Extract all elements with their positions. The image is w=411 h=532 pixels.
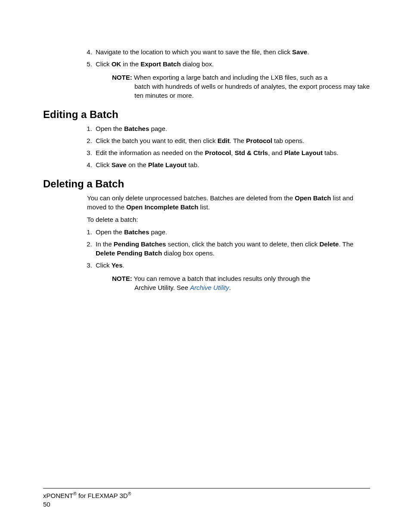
bold-text: OK [112,60,121,68]
text: . The [230,137,246,144]
ordered-list: Open the Batches page. Click the batch y… [82,124,370,169]
text: tabs. [323,149,339,156]
bold-text: Protocol [246,137,272,144]
text: Open the [96,228,124,236]
list-item: Navigate to the location to which you wa… [94,47,370,56]
ordered-list: Open the Batches page. In the Pending Ba… [82,227,370,270]
note-text-line: When exporting a large batch and includi… [134,74,327,81]
text: Navigate to the location to which you wa… [96,48,292,56]
text: page. [149,228,167,236]
list-item: Click the batch you want to edit, then c… [94,136,370,145]
text: tab. [187,161,199,168]
document-page: Navigate to the location to which you wa… [0,0,411,532]
bold-text: Save [292,48,307,56]
bold-text: Edit [218,137,230,144]
page-number: 50 [43,501,50,508]
note-continuation: Archive Utility. See Archive Utility. [134,283,370,292]
bold-text: Delete [319,240,339,248]
note-label: NOTE: [112,275,132,282]
note-block: NOTE: You can remove a batch that includ… [112,274,370,292]
text: page. [149,125,167,132]
text: Archive Utility. See [134,284,190,291]
text: , [231,149,234,156]
text: Click [96,261,112,269]
text: list. [198,203,210,211]
text: Click the batch you want to edit, then c… [96,137,218,144]
text: Open the [96,125,124,132]
bold-text: Std & Ctrls [235,149,268,156]
bold-text: Batches [124,228,149,236]
bold-text: Batches [124,125,149,132]
paragraph: To delete a batch: [87,215,370,224]
section-heading: Deleting a Batch [43,178,370,190]
text: You can only delete unprocessed batches.… [87,194,295,202]
bold-text: Plate Layout [148,161,187,168]
text: Click [96,161,112,168]
text: on the [127,161,148,168]
content-area: Navigate to the location to which you wa… [43,47,370,292]
text: In the [96,240,114,248]
list-item: In the Pending Batches section, click th… [94,240,370,258]
text: . [229,284,231,291]
archive-utility-link[interactable]: Archive Utility [190,284,229,291]
list-item: Click OK in the Export Batch dialog box. [94,59,370,68]
text: in the [121,60,140,68]
text: tab opens. [272,137,304,144]
section-heading: Editing a Batch [43,109,370,121]
bold-text: Yes [112,261,123,269]
text: , and [268,149,284,156]
bold-text: Export Batch [140,60,181,68]
text: . [123,261,125,269]
registered-mark: ® [73,491,77,496]
bold-text: Open Incomplete Batch [126,203,199,211]
product-name: xPONENT [43,492,73,499]
page-footer: xPONENT® for FLEXMAP 3D® 50 [43,488,370,508]
list-item: Click Yes. [94,261,370,270]
text: Edit the information as needed on the [96,149,205,156]
bold-text: Protocol [205,149,231,156]
text: . The [339,240,353,248]
list-item: Open the Batches page. [94,124,370,133]
list-item: Edit the information as needed on the Pr… [94,148,370,157]
product-name: for FLEXMAP 3D [77,492,128,499]
bold-text: Plate Layout [284,149,323,156]
bold-text: Save [112,161,127,168]
note-label: NOTE: [112,74,132,81]
paragraph: You can only delete unprocessed batches.… [87,193,370,212]
footer-rule [43,488,370,488]
bold-text: Pending Batches [114,240,166,248]
continued-ordered-list: Navigate to the location to which you wa… [82,47,370,68]
bold-text: Open Batch [295,194,331,202]
bold-text: Delete Pending Batch [96,249,162,257]
list-item: Open the Batches page. [94,227,370,236]
text: Click [96,60,112,68]
text: dialog box opens. [162,249,215,257]
note-continuation: batch with hundreds of wells or hundreds… [134,82,370,100]
text: section, click the batch you want to del… [166,240,319,248]
text: dialog box. [181,60,214,68]
note-block: NOTE: When exporting a large batch and i… [112,73,370,100]
note-text-line: You can remove a batch that includes res… [134,275,311,282]
registered-mark: ® [128,491,131,496]
text: . [307,48,309,56]
list-item: Click Save on the Plate Layout tab. [94,160,370,169]
footer-text: xPONENT® for FLEXMAP 3D® 50 [43,491,370,508]
